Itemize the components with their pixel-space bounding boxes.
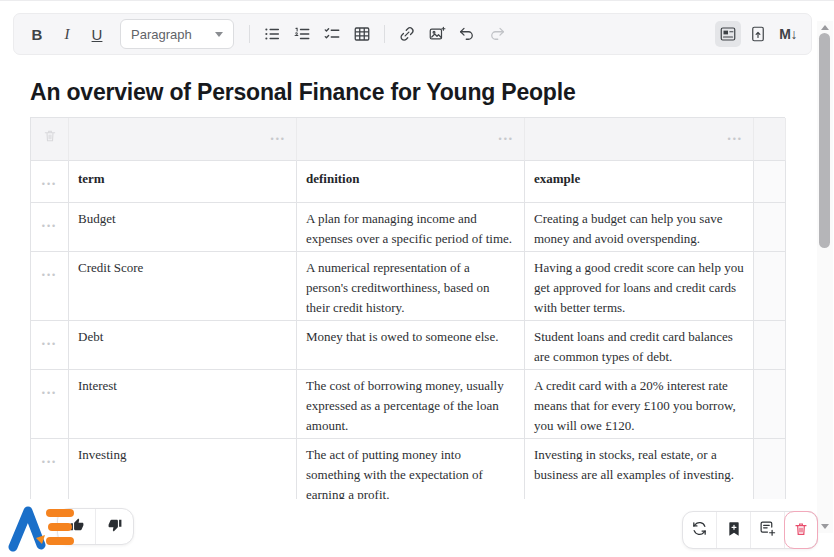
bookmark-button[interactable] <box>717 512 751 548</box>
bold-button[interactable]: B <box>24 21 50 47</box>
term-cell[interactable]: Debt <box>69 321 297 370</box>
bullet-list-button[interactable] <box>259 21 285 47</box>
row-handle[interactable]: ••• <box>31 439 69 499</box>
column-handle[interactable]: ••• <box>525 118 754 161</box>
image-icon <box>428 25 446 43</box>
link-icon <box>398 25 416 43</box>
definition-cell[interactable]: A plan for managing income and expenses … <box>297 203 525 252</box>
note-add-icon <box>759 520 776 540</box>
definition-cell[interactable]: A numerical representation of a person's… <box>297 252 525 321</box>
add-note-button[interactable] <box>751 512 785 548</box>
thumbs-down-icon <box>108 518 122 536</box>
example-cell[interactable]: Investing in stocks, real estate, or a b… <box>525 439 754 499</box>
app-logo[interactable] <box>6 504 80 552</box>
toolbar-divider <box>384 25 385 43</box>
paragraph-style-label: Paragraph <box>131 27 192 42</box>
column-handle[interactable]: ••• <box>297 118 525 161</box>
markdown-button[interactable]: M↓ <box>775 21 801 47</box>
column-header-example[interactable]: example <box>525 161 754 203</box>
formatting-toolbar: B I U Paragraph <box>13 13 812 55</box>
delete-button[interactable] <box>784 511 818 549</box>
paragraph-style-dropdown[interactable]: Paragraph <box>120 19 234 49</box>
table-edge-cell <box>754 321 786 370</box>
trash-icon <box>793 521 809 540</box>
term-cell[interactable]: Budget <box>69 203 297 252</box>
definition-cell[interactable]: Money that is owed to someone else. <box>297 321 525 370</box>
italic-button[interactable]: I <box>54 21 80 47</box>
table-row: ••• Credit Score A numerical representat… <box>31 252 785 321</box>
table-row: ••• Investing The act of putting money i… <box>31 439 785 499</box>
example-cell[interactable]: A credit card with a 20% interest rate m… <box>525 370 754 439</box>
example-cell[interactable]: Student loans and credit card balances a… <box>525 321 754 370</box>
table-edge-cell <box>754 161 786 203</box>
document-area[interactable]: An overview of Personal Finance for Youn… <box>0 56 815 499</box>
numbered-list-icon <box>293 25 311 43</box>
table-header-row: ••• term definition example <box>31 161 785 203</box>
definition-cell[interactable]: The act of putting money into something … <box>297 439 525 499</box>
row-handle[interactable]: ••• <box>31 370 69 439</box>
regenerate-button[interactable] <box>683 512 717 548</box>
undo-icon <box>458 25 476 43</box>
table-edge-cell <box>754 439 786 499</box>
example-cell[interactable]: Having a good credit score can help you … <box>525 252 754 321</box>
table-row: ••• Budget A plan for managing income an… <box>31 203 785 252</box>
scroll-up-arrow-icon[interactable] <box>821 25 829 30</box>
column-header-term[interactable]: term <box>69 161 297 203</box>
redo-button[interactable] <box>484 21 510 47</box>
insert-table-button[interactable] <box>349 21 375 47</box>
insert-link-button[interactable] <box>394 21 420 47</box>
redo-icon <box>488 25 506 43</box>
definition-cell[interactable]: The cost of borrowing money, usually exp… <box>297 370 525 439</box>
table-icon <box>353 25 371 43</box>
scroll-down-arrow-icon[interactable] <box>821 524 829 529</box>
row-handle[interactable]: ••• <box>31 252 69 321</box>
row-handle[interactable]: ••• <box>31 321 69 370</box>
example-cell[interactable]: Creating a budget can help you save mone… <box>525 203 754 252</box>
table-edge-cell <box>754 252 786 321</box>
refresh-icon <box>691 520 708 540</box>
logo-letter-a <box>13 511 41 547</box>
bookmark-add-icon <box>726 521 742 540</box>
trash-icon <box>42 128 58 150</box>
preview-cards-button[interactable] <box>715 21 741 47</box>
table-row: ••• Interest The cost of borrowing money… <box>31 370 785 439</box>
editor-window: B I U Paragraph <box>0 0 834 557</box>
checklist-icon <box>323 25 341 43</box>
term-cell[interactable]: Credit Score <box>69 252 297 321</box>
toolbar-divider <box>249 25 250 43</box>
undo-button[interactable] <box>454 21 480 47</box>
checklist-button[interactable] <box>319 21 345 47</box>
term-cell[interactable]: Investing <box>69 439 297 499</box>
row-handle[interactable]: ••• <box>31 203 69 252</box>
numbered-list-button[interactable] <box>289 21 315 47</box>
vertical-scrollbar[interactable] <box>817 21 833 533</box>
insert-image-button[interactable] <box>424 21 450 47</box>
page-title: An overview of Personal Finance for Youn… <box>30 79 785 106</box>
preview-card-icon <box>719 25 737 43</box>
thumbs-down-button[interactable] <box>95 509 133 544</box>
column-header-definition[interactable]: definition <box>297 161 525 203</box>
bullet-list-icon <box>263 25 281 43</box>
card-actions-toolbar <box>682 511 818 549</box>
table-row: ••• Debt Money that is owed to someone e… <box>31 321 785 370</box>
scrollbar-thumb[interactable] <box>819 33 830 248</box>
term-cell[interactable]: Interest <box>69 370 297 439</box>
row-handle[interactable]: ••• <box>31 161 69 203</box>
export-document-button[interactable] <box>745 21 771 47</box>
export-document-icon <box>749 25 767 43</box>
delete-table-button[interactable] <box>31 118 69 161</box>
chevron-down-icon <box>215 32 223 37</box>
table-edge-cell <box>754 203 786 252</box>
table-corner-cell <box>754 118 786 161</box>
underline-button[interactable]: U <box>84 21 110 47</box>
table-body: ••• Budget A plan for managing income an… <box>31 203 785 499</box>
column-handle[interactable]: ••• <box>69 118 297 161</box>
table-edge-cell <box>754 370 786 439</box>
table-control-row: ••• ••• ••• <box>31 118 785 161</box>
finance-table: ••• ••• ••• ••• term definition example … <box>30 117 785 499</box>
